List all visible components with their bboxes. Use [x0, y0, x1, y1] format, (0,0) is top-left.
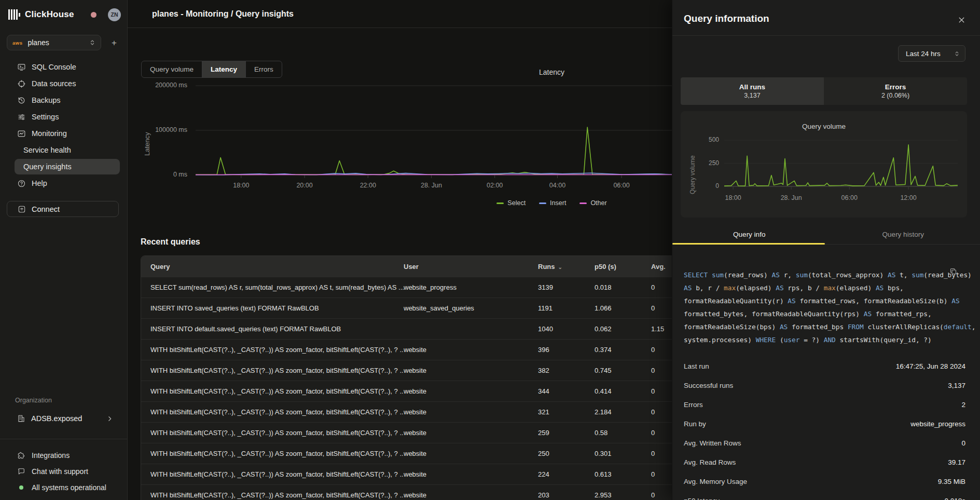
table-cell: 203 — [538, 491, 595, 499]
time-range-select[interactable]: Last 24 hrs — [898, 45, 965, 62]
table-cell: INSERT INTO saved_queries (text) FORMAT … — [141, 304, 404, 312]
toggle-errors[interactable]: Errors2 (0.06%) — [824, 77, 967, 105]
sidebar: ClickHouse ZN aws planes + SQL ConsoleDa… — [0, 0, 128, 500]
service-selector[interactable]: aws planes — [7, 35, 101, 50]
sidebar-item-backups[interactable]: Backups — [0, 92, 127, 109]
column-header-p50-s[interactable]: p50 (s) — [595, 263, 651, 271]
table-cell: 3139 — [538, 283, 595, 291]
table-cell: WITH bitShiftLeft(CAST(?..), _CAST(?..))… — [141, 408, 404, 416]
close-icon[interactable] — [956, 15, 967, 25]
table-cell: website — [404, 367, 538, 374]
toggle-value: 3,137 — [744, 92, 760, 99]
legend-item-select[interactable]: Select — [496, 199, 526, 207]
table-cell: website — [404, 470, 538, 478]
sidebar-item-help[interactable]: Help — [0, 175, 127, 192]
integrations-icon — [17, 451, 25, 460]
stat-value: 16:47:25, Jun 28 2024 — [896, 362, 965, 370]
sidebar-item-label: Query insights — [23, 163, 72, 171]
footer-item-label: Integrations — [32, 451, 70, 460]
copy-icon[interactable] — [949, 267, 957, 275]
table-cell: website — [404, 387, 538, 395]
sidebar-item-all-systems-operational[interactable]: All systems operational — [0, 479, 127, 495]
table-cell: 2.184 — [595, 408, 651, 416]
query-volume-y-axis-label: Query volume — [689, 140, 696, 194]
column-header-user[interactable]: User — [404, 263, 538, 271]
notification-dot-icon[interactable] — [91, 12, 96, 18]
chevron-updown-icon — [954, 51, 960, 57]
column-header-label: Query — [150, 263, 170, 271]
legend-label: Insert — [550, 199, 566, 207]
table-cell: SELECT sum(read_rows) AS r, sum(total_ro… — [141, 283, 404, 291]
table-cell: 321 — [538, 408, 595, 416]
table-cell: 0.374 — [595, 346, 651, 354]
toggle-label: All runs — [739, 83, 765, 91]
stat-value: 39.17 — [948, 458, 965, 466]
sidebar-item-sql-console[interactable]: SQL Console — [0, 59, 127, 75]
sql-code-line: formatReadableSize(bps) AS formatted_bps… — [684, 320, 959, 333]
user-avatar[interactable]: ZN — [108, 8, 121, 21]
monitoring-icon — [17, 129, 26, 138]
table-cell: website — [404, 450, 538, 457]
organization-item[interactable]: ADSB.exposed — [7, 410, 121, 427]
table-cell: website — [404, 491, 538, 499]
sidebar-item-data-sources[interactable]: Data sources — [0, 75, 127, 92]
sidebar-item-label: Settings — [32, 113, 59, 121]
stat-value: 2 — [961, 401, 965, 409]
tab-query-info[interactable]: Query info — [672, 227, 826, 245]
sidebar-item-integrations[interactable]: Integrations — [0, 447, 127, 463]
stat-row-successful-runs: Successful runs3,137 — [684, 376, 965, 395]
x-tick-label: 06:00 — [841, 194, 858, 201]
column-header-query[interactable]: Query — [141, 263, 404, 271]
sidebar-item-label: SQL Console — [32, 63, 76, 71]
x-tick-label: 02:00 — [487, 182, 503, 189]
stat-value: 9.35 MiB — [938, 478, 965, 485]
stat-row-avg-memory-usage: Avg. Memory Usage9.35 MiB — [684, 472, 965, 491]
stat-value: 0.018s — [944, 497, 965, 500]
query-volume-chart[interactable] — [724, 134, 958, 196]
stat-row-errors: Errors2 — [684, 395, 965, 414]
toggle-all-runs[interactable]: All runs3,137 — [681, 77, 824, 105]
stat-row-run-by: Run bywebsite_progress — [684, 414, 965, 434]
clickhouse-logo-icon[interactable] — [8, 9, 20, 20]
query-volume-title: Query volume — [681, 123, 967, 130]
column-header-label: Runs — [538, 263, 555, 271]
sidebar-item-label: Help — [32, 179, 47, 187]
stat-row-p50-latency: p50 latency0.018s — [684, 491, 965, 500]
connect-button[interactable]: Connect — [7, 201, 119, 217]
tab-query-volume[interactable]: Query volume — [142, 61, 202, 77]
sql-console-icon — [17, 63, 26, 72]
legend-item-insert[interactable]: Insert — [539, 199, 566, 207]
stat-value: 0 — [961, 439, 965, 447]
legend-item-other[interactable]: Other — [579, 199, 606, 207]
stat-label: Avg. Memory Usage — [684, 478, 747, 485]
sql-code-line: SELECT sum(read_rows) AS r, sum(total_ro… — [684, 268, 959, 281]
sql-query-code[interactable]: SELECT sum(read_rows) AS r, sum(total_ro… — [684, 268, 959, 346]
organization-name: ADSB.exposed — [31, 414, 82, 423]
legend-swatch — [539, 202, 546, 204]
stat-label: Errors — [684, 401, 703, 409]
sql-code-line: AS b, r / max(elapsed) AS rps, b / max(e… — [684, 281, 959, 294]
add-service-button[interactable]: + — [108, 37, 120, 49]
sidebar-item-chat-with-support[interactable]: Chat with support — [0, 463, 127, 479]
sidebar-item-query-insights[interactable]: Query insights — [15, 159, 120, 174]
x-tick-label: 18:00 — [233, 182, 249, 189]
stat-row-last-run: Last run16:47:25, Jun 28 2024 — [684, 357, 965, 376]
backups-icon — [17, 96, 26, 105]
table-cell: 0.018 — [595, 283, 651, 291]
logo-row: ClickHouse ZN — [8, 8, 121, 21]
sidebar-footer: IntegrationsChat with supportAll systems… — [0, 447, 127, 495]
settings-icon — [17, 113, 26, 121]
footer-item-label: Chat with support — [32, 467, 88, 476]
table-cell: 0.613 — [595, 470, 651, 478]
column-header-runs[interactable]: Runs⌄ — [538, 263, 595, 271]
tab-query-history[interactable]: Query history — [826, 227, 980, 245]
sidebar-item-settings[interactable]: Settings — [0, 109, 127, 125]
organization-label: Organization — [15, 397, 52, 404]
x-tick-label: 06:00 — [613, 182, 629, 189]
sidebar-item-service-health[interactable]: Service health — [0, 142, 127, 158]
table-cell: website — [404, 346, 538, 354]
sidebar-item-monitoring[interactable]: Monitoring — [0, 125, 127, 142]
x-tick-label: 28. Jun — [421, 182, 442, 189]
stat-label: Avg. Written Rows — [684, 439, 741, 447]
sidebar-item-label: Monitoring — [32, 129, 67, 138]
